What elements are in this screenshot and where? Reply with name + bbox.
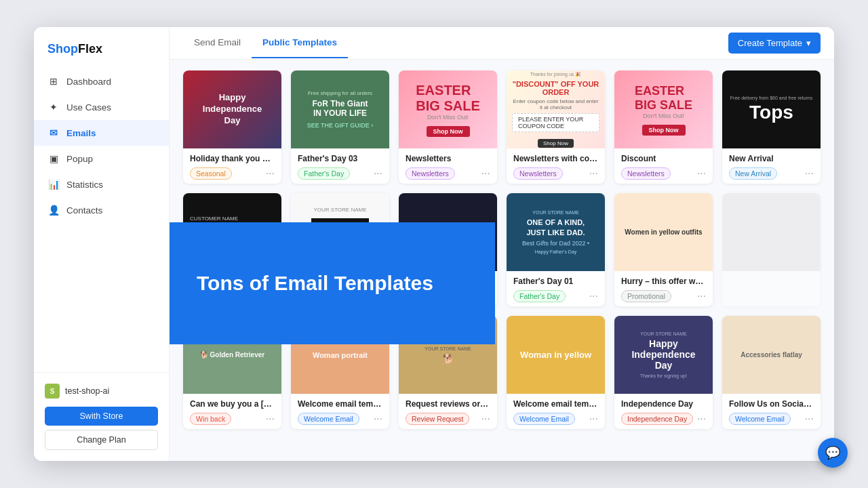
more-options-button[interactable]: ··· [374,413,382,424]
template-info: Newsletters Newsletters ··· [399,148,497,184]
template-tag[interactable]: Newsletters [513,167,563,180]
people-icon: 👤 [47,204,60,216]
template-footer: Welcome Email ··· [513,413,598,425]
more-options-button[interactable]: ··· [481,168,490,179]
template-footer: Newsletters ··· [513,167,598,180]
sidebar: ShopFlex ⊞ Dashboard ✦ Use Cases ✉ Email… [34,27,170,461]
template-tag[interactable]: Promotional [621,290,671,302]
template-footer: Father's Day ··· [513,290,598,302]
template-info: Request reviews or feedback Review Reque… [399,394,497,429]
template-footer: Seasonal ··· [190,167,275,180]
template-tag[interactable]: Win back [190,413,231,425]
template-info: Welcome email template 1 Welcome Email ·… [507,394,605,429]
template-info: Independence Day Independence Day ··· [614,394,713,429]
template-info: Follow Us on Social Media Welcome Email … [722,394,821,429]
template-name: Father's Day 01 [513,277,598,286]
template-info: Father's Day 01 Father's Day ··· [507,271,605,306]
template-info: Hurry – this offer won't last f... Promo… [614,271,713,306]
template-tag[interactable]: Review Request [406,413,469,425]
template-card[interactable]: Free shipping for all orders FoR The Gia… [291,70,389,184]
template-tag[interactable]: Newsletters [621,167,671,180]
more-options-button[interactable]: ··· [481,413,490,424]
template-info: Can we buy you a [product y... Win back … [183,394,281,429]
tab-public-templates[interactable]: Public Templates [252,28,348,58]
promo-text: Tons of Email Templates [197,271,433,296]
template-card[interactable]: Free delivery from $60 and free returns … [722,70,821,184]
template-card[interactable]: Accessories flatlay Follow Us on Social … [722,316,821,429]
template-card[interactable]: Woman in yellow Welcome email template 1… [507,316,605,429]
sidebar-item-popup[interactable]: ▣ Popup [34,146,169,171]
template-name [729,277,814,286]
sidebar-item-dashboard[interactable]: ⊞ Dashboard [34,68,169,94]
sidebar-item-label: Dashboard [66,77,111,87]
template-name: Welcome email template 2 [298,399,382,409]
template-name: Discount [621,154,706,163]
template-name: Follow Us on Social Media [729,399,814,409]
template-card[interactable]: EASTERBIG SALE Don't Miss Out! Shop Now … [399,70,497,184]
more-options-button[interactable]: ··· [589,291,598,302]
template-info: Father's Day 03 Father's Day ··· [291,148,389,184]
template-card[interactable]: Thanks for joining us 🎉 "DISCOUNT" OFF Y… [507,70,605,184]
template-card[interactable]: Women in yellow outfits Hurry – this off… [614,193,713,306]
create-template-button[interactable]: Create Template ▾ [728,33,821,54]
template-footer: Newsletters ··· [621,167,706,180]
chat-widget-button[interactable]: 💬 [818,438,848,468]
more-options-button[interactable]: ··· [589,168,598,179]
template-name: Request reviews or feedback [406,399,490,409]
template-tag[interactable]: Independence Day [621,413,693,425]
tab-send-email[interactable]: Send Email [183,28,252,58]
sidebar-item-emails[interactable]: ✉ Emails [34,120,169,146]
more-options-button[interactable]: ··· [697,168,706,179]
more-options-button[interactable]: ··· [805,168,814,179]
sidebar-item-contacts[interactable]: 👤 Contacts [34,197,169,223]
more-options-button[interactable]: ··· [266,413,275,424]
app-logo: ShopFlex [34,27,169,68]
sidebar-nav: ⊞ Dashboard ✦ Use Cases ✉ Emails ▣ Popup… [34,68,169,372]
template-name: Newsletters [406,154,490,163]
sidebar-item-use-cases[interactable]: ✦ Use Cases [34,94,169,120]
template-footer: Independence Day ··· [621,413,706,425]
template-tag[interactable]: Welcome Email [729,413,791,425]
template-tag[interactable]: Father's Day [513,290,566,302]
chevron-down-icon: ▾ [806,38,811,48]
more-options-button[interactable]: ··· [805,413,814,424]
more-options-button[interactable]: ··· [374,168,382,179]
template-tag[interactable]: Newsletters [406,167,455,180]
tabs: Send Email Public Templates [183,28,348,58]
template-info: Discount Newsletters ··· [614,148,713,184]
template-footer: Newsletters ··· [406,167,490,180]
template-name: New Arrival [729,154,814,163]
template-tag[interactable]: Welcome Email [513,413,575,425]
sidebar-item-label: Emails [66,128,96,138]
more-options-button[interactable]: ··· [697,413,706,424]
template-card[interactable]: YOUR STORE NAME HappyIndependenceDay Tha… [614,316,713,429]
change-plan-button[interactable]: Change Plan [45,430,158,450]
top-bar: Send Email Public Templates Create Templ… [170,27,834,60]
template-footer: Review Request ··· [406,413,490,425]
template-tag[interactable]: Welcome Email [298,413,359,425]
more-options-button[interactable]: ··· [697,291,706,302]
template-card[interactable]: YOUR STORE NAME ONE OF A KIND,JUST LIKE … [507,193,605,306]
template-footer: Welcome Email ··· [729,413,814,425]
template-name: Independence Day [621,399,706,409]
template-card[interactable]: EASTERBIG SALE Don't Miss Out! Shop Now … [614,70,713,184]
template-footer: Welcome Email ··· [298,413,382,425]
template-footer: Win back ··· [190,413,275,425]
logo-part2: Flex [78,42,102,56]
template-tag[interactable]: Seasonal [190,167,232,180]
sidebar-item-label: Statistics [66,180,103,190]
template-info: Newsletters with coupon Newsletters ··· [507,148,605,184]
template-card[interactable] [722,193,821,306]
template-card[interactable]: HappyIndependenceDay Holiday thank you e… [183,70,281,184]
template-tag[interactable]: New Arrival [729,167,777,180]
chart-icon: 📊 [47,178,60,190]
sidebar-item-statistics[interactable]: 📊 Statistics [34,171,169,197]
template-name: Hurry – this offer won't last f... [621,277,706,286]
more-options-button[interactable]: ··· [589,413,598,424]
template-footer: Father's Day ··· [298,167,382,180]
switch-store-button[interactable]: Swith Store [45,407,158,426]
logo-part1: Shop [47,42,78,56]
popup-icon: ▣ [47,152,60,165]
more-options-button[interactable]: ··· [266,168,275,179]
template-tag[interactable]: Father's Day [298,167,350,180]
